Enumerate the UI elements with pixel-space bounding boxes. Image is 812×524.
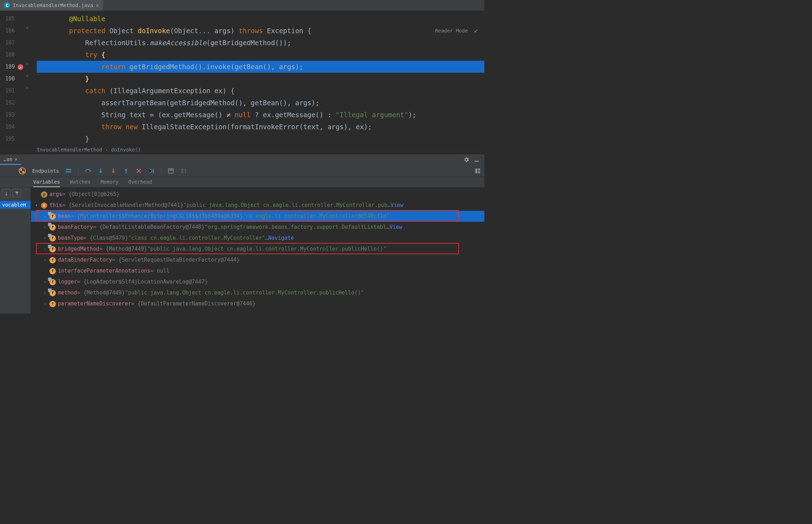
variable-value: "public java.lang.Object cn.eagle.li.con…	[125, 287, 364, 298]
endpoints-label[interactable]: Endpoints	[32, 168, 59, 174]
endpoints-icon[interactable]	[19, 167, 26, 174]
code-area[interactable]: @Nullable protected Object doInvoke(Obje…	[37, 11, 484, 145]
step-out-icon[interactable]	[123, 168, 129, 174]
close-icon[interactable]: ×	[14, 156, 17, 162]
chevron-right-icon[interactable]: ›	[42, 276, 47, 287]
variable-type: = null	[150, 266, 169, 276]
file-tab[interactable]: C InvocableHandlerMethod.java ×	[0, 0, 103, 11]
variable-type: = {MyController$$EnhancerBySpringCGLIB$$…	[71, 211, 243, 222]
variable-name: logger	[58, 276, 77, 287]
svg-rect-3	[169, 169, 173, 170]
fold-icon[interactable]: ⊟	[26, 73, 29, 78]
lock-icon	[48, 278, 52, 281]
debugger-body: ↓ vocableH pargs = {Object[0]@6265}▾≡thi…	[0, 187, 484, 314]
close-icon[interactable]: ×	[96, 2, 99, 8]
variable-type: = {DefaultListableBeanFactory@7448}	[93, 222, 204, 233]
chevron-right-icon[interactable]: ›	[42, 222, 47, 233]
field-icon: f	[49, 279, 56, 285]
gear-icon[interactable]	[463, 156, 470, 163]
variable-type: = {DefaultParameterNameDiscoverer@7446}	[131, 298, 256, 309]
layout-icon[interactable]	[474, 168, 481, 174]
variable-row[interactable]: ▾≡this = {ServletInvocableHandlerMethod@…	[31, 200, 484, 211]
tab-overhead[interactable]: Overhead	[128, 177, 152, 187]
file-tab-label: InvocableHandlerMethod.java	[13, 2, 93, 8]
view-link[interactable]: View	[390, 200, 403, 211]
field-icon: f	[49, 213, 56, 220]
filter-icon[interactable]	[13, 189, 21, 197]
lock-icon	[48, 245, 52, 248]
tab-memory[interactable]: Memory	[101, 177, 119, 187]
execution-line: return getBridgedMethod().invoke(getBean…	[37, 61, 484, 73]
variable-name: this	[49, 200, 62, 211]
debugger-session-tab[interactable]: on …on×	[0, 154, 21, 165]
trace-current-stream-icon[interactable]	[180, 168, 187, 174]
variable-name: bridgedMethod	[58, 244, 99, 255]
debugger-toolbar: ole Endpoints	[0, 165, 484, 177]
breadcrumb[interactable]: InvocableHandlerMethod › doInvoke()	[0, 145, 484, 154]
variable-name: interfaceParameterAnnotations	[58, 266, 150, 276]
svg-rect-0	[66, 169, 71, 170]
lock-icon	[48, 212, 52, 215]
frames-pane[interactable]: ↓ vocableH	[0, 187, 31, 314]
variable-type: = {LogAdapter$Slf4jLocationAwareLog@7447…	[77, 276, 208, 287]
run-to-cursor-icon[interactable]	[148, 168, 155, 174]
chevron-right-icon[interactable]: ›	[42, 287, 47, 298]
variable-row[interactable]: ›fparameterNameDiscoverer = {DefaultPara…	[31, 298, 484, 309]
svg-rect-1	[66, 171, 71, 172]
editor-top-right: Reader Mode ✔	[435, 27, 478, 34]
layout-settings-icon[interactable]	[65, 168, 72, 174]
variable-value: "public java.lang.Object cn.eagle.li.con…	[183, 200, 390, 211]
inspections-ok-icon[interactable]: ✔	[474, 27, 478, 34]
variable-value: "public java.lang.Object cn.eagle.li.con…	[147, 244, 386, 255]
variables-tree[interactable]: pargs = {Object[0]@6265}▾≡this = {Servle…	[31, 187, 484, 309]
object-icon: ≡	[41, 202, 47, 209]
debugger-panel: on …on× — ole Endpoints	[0, 154, 484, 314]
editor-tabs: C InvocableHandlerMethod.java ×	[0, 0, 484, 11]
variable-name: bean	[58, 211, 71, 222]
fold-icon[interactable]: ⊟	[26, 61, 29, 66]
variable-row[interactable]: ›fbeanType = {Class@5479} "class cn.eagl…	[31, 233, 484, 244]
navigate-down-icon[interactable]: ↓	[2, 189, 11, 197]
reader-mode-label[interactable]: Reader Mode	[435, 28, 468, 34]
breakpoint-icon[interactable]	[18, 64, 23, 70]
view-link[interactable]: View	[389, 222, 402, 233]
fold-icon[interactable]: ⊟	[26, 85, 29, 90]
variable-name: parameterNameDiscoverer	[58, 298, 131, 309]
variable-row[interactable]: ›flogger = {LogAdapter$Slf4jLocationAwar…	[31, 276, 484, 287]
svg-rect-4	[475, 168, 477, 173]
evaluate-expression-icon[interactable]	[168, 168, 174, 174]
variable-row[interactable]: pargs = {Object[0]@6265}	[31, 189, 484, 200]
tab-watches[interactable]: Watches	[70, 177, 91, 187]
chevron-right-icon[interactable]: ›	[42, 298, 47, 309]
step-into-icon[interactable]	[97, 168, 104, 174]
lock-icon	[48, 223, 52, 226]
variable-row[interactable]: ›fdataBinderFactory = {ServletRequestDat…	[31, 255, 484, 266]
variable-name: args	[49, 189, 62, 200]
stack-frame[interactable]: vocableH	[0, 201, 31, 209]
variable-row[interactable]: ›fmethod = {Method@7449} "public java.la…	[31, 287, 484, 298]
variable-type: = {Method@7449}	[77, 287, 125, 298]
view-link[interactable]: Navigate	[268, 233, 294, 244]
chevron-right-icon[interactable]: ›	[42, 211, 47, 222]
field-icon: f	[49, 224, 56, 231]
variable-value: "cn.eagle.li.controller.MyController@654…	[243, 211, 389, 222]
svg-rect-5	[478, 168, 480, 171]
chevron-right-icon[interactable]: ›	[42, 255, 47, 266]
force-step-into-icon[interactable]	[110, 168, 117, 174]
variable-row[interactable]: finterfaceParameterAnnotations = null	[31, 266, 484, 276]
fold-icon[interactable]: ⊟	[26, 25, 29, 30]
field-icon: f	[49, 290, 56, 296]
code-editor[interactable]: 185186187188189190191192193194195 ⊟ ⊟ ⊟ …	[0, 11, 484, 145]
chevron-right-icon[interactable]: ›	[42, 244, 47, 255]
drop-frame-icon[interactable]	[136, 168, 142, 174]
minimize-icon[interactable]: —	[474, 156, 481, 163]
chevron-right-icon[interactable]: ›	[42, 233, 47, 244]
variable-type: = {Method@7449}	[99, 244, 147, 255]
step-over-icon[interactable]	[85, 168, 91, 174]
variable-row[interactable]: ›fbridgedMethod = {Method@7449} "public …	[31, 244, 484, 255]
variable-name: beanFactory	[58, 222, 93, 233]
variable-row[interactable]: ›fbeanFactory = {DefaultListableBeanFact…	[31, 222, 484, 233]
chevron-down-icon[interactable]: ▾	[34, 200, 39, 211]
tab-variables[interactable]: Variables	[33, 177, 60, 187]
variable-row[interactable]: ›fbean = {MyController$$EnhancerBySpring…	[31, 211, 484, 222]
